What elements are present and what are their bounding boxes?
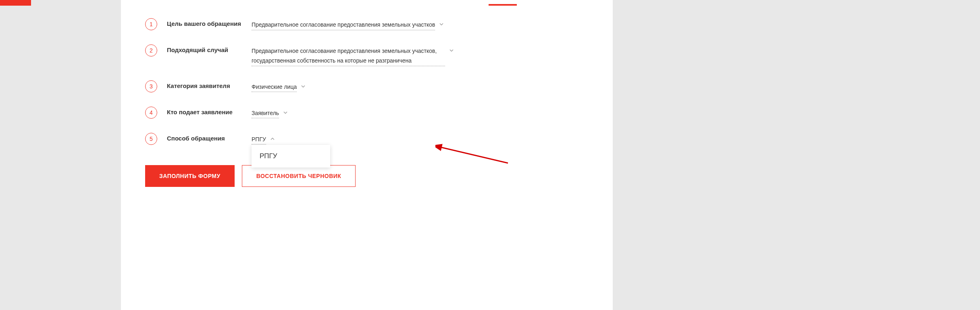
step-number-4: 4 xyxy=(145,107,157,119)
chevron-down-icon xyxy=(449,47,454,54)
step-label-4: Кто подает заявление xyxy=(167,107,252,115)
step-row-3: 3 Категория заявителя Физические лица xyxy=(145,80,613,92)
step-row-2: 2 Подходящий случай Предварительное согл… xyxy=(145,44,613,66)
chevron-down-icon xyxy=(283,109,288,117)
step-select-2[interactable]: Предварительное согласование предоставле… xyxy=(252,44,454,66)
bottom-section xyxy=(121,298,613,310)
chevron-down-icon xyxy=(439,21,444,28)
step-label-1: Цель вашего обращения xyxy=(167,18,252,27)
step-label-2: Подходящий случай xyxy=(167,44,252,53)
red-accent-bar xyxy=(0,0,31,6)
step-row-1: 1 Цель вашего обращения Предварительное … xyxy=(145,18,613,30)
step-row-4: 4 Кто подает заявление Заявитель xyxy=(145,107,613,119)
chevron-down-icon xyxy=(301,83,306,90)
step-value-2: Предварительное согласование предоставле… xyxy=(252,46,445,66)
dropdown-menu: РПГУ xyxy=(252,145,330,168)
dropdown-option-rpgu[interactable]: РПГУ xyxy=(260,152,322,160)
chevron-up-icon xyxy=(270,136,275,143)
step-number-1: 1 xyxy=(145,18,157,30)
fill-form-button[interactable]: ЗАПОЛНИТЬ ФОРМУ xyxy=(145,165,235,187)
step-row-5: 5 Способ обращения РПГУ РПГУ xyxy=(145,133,613,145)
buttons-row: ЗАПОЛНИТЬ ФОРМУ ВОССТАНОВИТЬ ЧЕРНОВИК xyxy=(145,165,613,187)
step-select-1[interactable]: Предварительное согласование предоставле… xyxy=(252,18,444,30)
step-label-5: Способ обращения xyxy=(167,133,252,142)
step-value-4: Заявитель xyxy=(252,109,279,119)
step-value-3: Физические лица xyxy=(252,82,297,92)
step-number-3: 3 xyxy=(145,80,157,92)
restore-draft-button[interactable]: ВОССТАНОВИТЬ ЧЕРНОВИК xyxy=(242,165,356,187)
tab-underline xyxy=(489,4,517,6)
step-number-2: 2 xyxy=(145,44,157,57)
step-label-3: Категория заявителя xyxy=(167,80,252,89)
step-value-1: Предварительное согласование предоставле… xyxy=(252,20,435,30)
step-select-4[interactable]: Заявитель xyxy=(252,107,288,119)
step-select-5[interactable]: РПГУ РПГУ xyxy=(252,133,275,145)
step-select-3[interactable]: Физические лица xyxy=(252,80,306,92)
step-number-5: 5 xyxy=(145,133,157,145)
step-value-5: РПГУ xyxy=(252,135,266,145)
form-content: 1 Цель вашего обращения Предварительное … xyxy=(121,0,613,187)
form-page: 1 Цель вашего обращения Предварительное … xyxy=(121,0,613,310)
